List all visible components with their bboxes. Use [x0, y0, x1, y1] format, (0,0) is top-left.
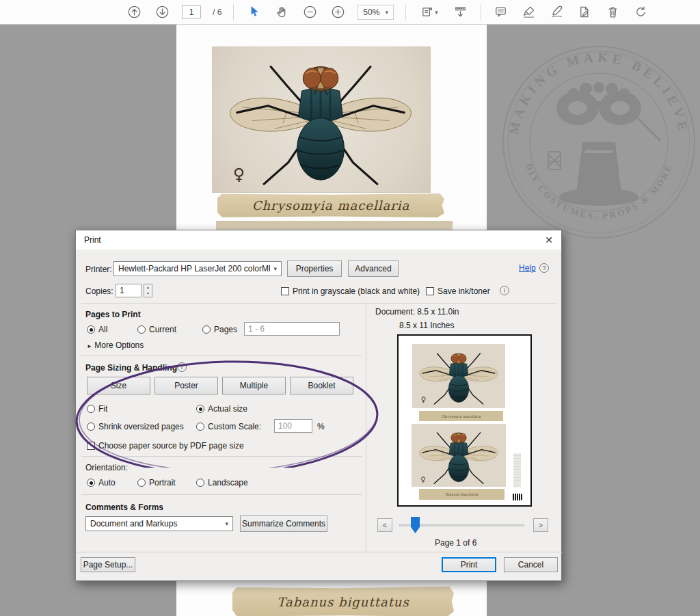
preview-caption-tape: Chrysomyia macellaria [419, 411, 503, 421]
radio-shrink[interactable]: Shrink oversized pages [87, 422, 184, 431]
multiple-button[interactable]: Multiple [222, 377, 286, 394]
multiple-label: Multiple [240, 381, 268, 390]
preview-page-label: Page 1 of 6 [435, 538, 476, 548]
preview-slider-thumb[interactable] [411, 517, 420, 533]
more-options-expander[interactable]: ► More Options [87, 340, 144, 350]
next-page-button[interactable] [154, 4, 170, 21]
minus-circle-icon [303, 5, 317, 19]
page-layout-icon [420, 5, 435, 19]
actual-size-label: Actual size [208, 404, 247, 414]
copies-input[interactable] [116, 284, 142, 297]
help-question-icon[interactable]: ? [539, 263, 549, 273]
scrolling-mode-button[interactable] [453, 4, 469, 21]
previous-page-button[interactable] [126, 4, 142, 21]
poster-button[interactable]: Poster [154, 377, 218, 394]
spinner-down-icon[interactable]: ▾ [144, 291, 152, 297]
save-ink-checkbox[interactable]: Save ink/toner [426, 286, 490, 296]
dialog-titlebar[interactable]: Print ✕ [76, 230, 561, 250]
all-label: All [98, 325, 107, 334]
cancel-label: Cancel [518, 560, 543, 570]
radio-icon[interactable] [87, 405, 95, 413]
radio-portrait[interactable]: Portrait [137, 478, 176, 487]
info-icon[interactable]: i [177, 362, 187, 372]
summarize-label: Summarize Comments [242, 519, 325, 528]
auto-label: Auto [98, 478, 116, 487]
chevron-down-icon: ▾ [385, 9, 388, 16]
radio-all[interactable]: All [87, 325, 107, 334]
trash-icon [606, 5, 620, 19]
zoom-level-dropdown[interactable]: 50% ▾ [358, 5, 394, 20]
preview-next-button[interactable]: > [533, 518, 548, 532]
booklet-button[interactable]: Booklet [290, 377, 353, 394]
preview-caption-tape: Tabanus biguttatus [419, 489, 504, 500]
delete-tool-button[interactable] [605, 4, 621, 21]
checkbox-icon[interactable] [87, 442, 95, 450]
rotate-tool-button[interactable] [633, 4, 649, 21]
properties-label: Properties [296, 264, 334, 273]
printer-dropdown[interactable]: Hewlett-Packard HP LaserJet 200 colorMFP… [113, 261, 282, 276]
checkbox-icon[interactable] [426, 287, 434, 295]
close-icon[interactable]: ✕ [545, 235, 553, 245]
edit-page-tool-button[interactable] [577, 4, 593, 21]
page-setup-button[interactable]: Page Setup... [81, 557, 135, 572]
radio-pages[interactable]: Pages [202, 325, 237, 334]
radio-current[interactable]: Current [137, 325, 176, 334]
separator [81, 494, 362, 495]
select-tool-button[interactable] [245, 4, 262, 21]
print-button[interactable]: Print [442, 557, 496, 572]
preview-fly-illustration [412, 424, 506, 487]
comment-tool-button[interactable] [493, 4, 509, 21]
preview-barcode [512, 494, 522, 500]
radio-icon[interactable] [196, 405, 204, 413]
properties-button[interactable]: Properties [287, 260, 342, 277]
radio-actual-size[interactable]: Actual size [196, 404, 247, 414]
radio-custom-scale[interactable]: Custom Scale: [196, 422, 261, 431]
preview-prev-button[interactable]: < [377, 518, 392, 532]
advanced-button[interactable]: Advanced [348, 260, 399, 277]
paper-source-label: Choose paper source by PDF page size [98, 441, 244, 451]
chevron-down-icon: ▾ [225, 520, 228, 527]
specimen-caption-tape: Chrysomyia macellaria [217, 193, 444, 217]
radio-icon[interactable] [87, 325, 95, 334]
expander-arrow-icon: ► [87, 343, 92, 349]
zoom-in-button[interactable] [329, 4, 346, 21]
paper-source-checkbox[interactable]: Choose paper source by PDF page size [87, 441, 244, 451]
radio-icon[interactable] [196, 423, 204, 431]
copies-spinner[interactable]: ▴ ▾ [144, 284, 152, 297]
page-total-label: / 6 [213, 8, 221, 17]
separator [81, 303, 557, 304]
checkbox-icon[interactable] [281, 287, 289, 295]
radio-auto[interactable]: Auto [87, 478, 116, 487]
page-range-input[interactable] [244, 322, 340, 336]
radio-icon[interactable] [137, 479, 146, 487]
radio-fit[interactable]: Fit [87, 404, 107, 414]
summarize-comments-button[interactable]: Summarize Comments [240, 515, 327, 532]
preview-fly-plate [412, 424, 506, 487]
page-display-dropdown[interactable]: ▾ [418, 4, 441, 21]
page-number-input[interactable] [182, 5, 201, 18]
cursor-arrow-icon [247, 5, 261, 19]
radio-icon[interactable] [87, 479, 95, 487]
info-icon[interactable]: i [500, 286, 509, 295]
toolbar-divider [233, 4, 234, 21]
toolbar: / 6 50% ▾ ▾ [0, 0, 700, 25]
zoom-out-button[interactable] [301, 4, 318, 21]
grayscale-label: Print in grayscale (black and white) [293, 286, 420, 296]
comments-dropdown[interactable]: Document and Markups ▾ [85, 516, 233, 531]
radio-icon[interactable] [202, 325, 211, 334]
radio-icon[interactable] [196, 479, 204, 487]
radio-landscape[interactable]: Landscape [196, 478, 248, 487]
sign-tool-button[interactable] [549, 4, 565, 21]
radio-icon[interactable] [87, 423, 95, 431]
spinner-up-icon[interactable]: ▴ [144, 284, 152, 291]
custom-scale-input[interactable] [274, 419, 312, 433]
size-button[interactable]: Size [87, 377, 150, 394]
cancel-button[interactable]: Cancel [504, 557, 558, 572]
highlight-tool-button[interactable] [521, 4, 537, 21]
grayscale-checkbox[interactable]: Print in grayscale (black and white) [281, 286, 420, 296]
copies-label: Copies: [85, 286, 113, 296]
hand-tool-button[interactable] [273, 4, 290, 21]
help-link[interactable]: Help [519, 263, 536, 273]
preview-ruler-strip [513, 453, 521, 487]
radio-icon[interactable] [137, 325, 146, 334]
